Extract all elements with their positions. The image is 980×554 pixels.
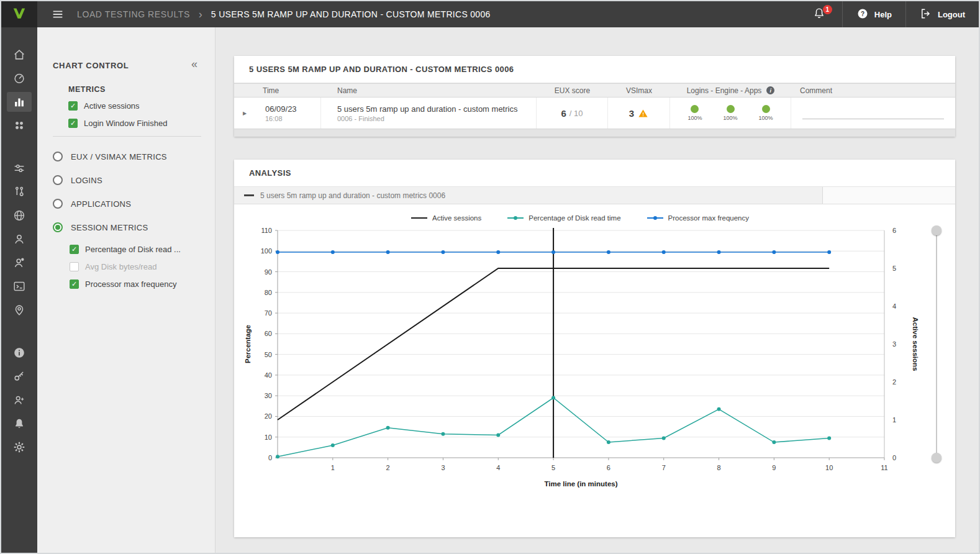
- checkbox-avg-disk-bytes-read[interactable]: Avg Disk bytes/read: [70, 262, 201, 271]
- sidebar-item-user-status[interactable]: [1, 251, 37, 275]
- slider-track[interactable]: [936, 230, 937, 458]
- panel-divider: [53, 136, 201, 137]
- logout-button[interactable]: Logout: [906, 1, 979, 27]
- legend-processor-max-frequency[interactable]: Processor max frequency: [647, 214, 749, 222]
- expand-row-icon[interactable]: ▶: [243, 111, 247, 116]
- metrics-checkbox-list: ✓ Active sessions ✓ Login Window Finishe…: [68, 101, 201, 128]
- sidebar-item-location-pin[interactable]: [1, 298, 37, 322]
- radio-applications[interactable]: APPLICATIONS: [53, 198, 201, 210]
- sidebar-item-console[interactable]: [1, 275, 37, 298]
- svg-text:1: 1: [892, 416, 896, 424]
- sidebar-item-bar-chart[interactable]: [1, 90, 37, 114]
- content-area: « CHART CONTROL METRICS ✓ Active session…: [37, 27, 979, 553]
- user-group-icon: [7, 390, 32, 410]
- test-name: 5 users 5m ramp up and duration - custom…: [337, 104, 517, 114]
- checkbox-active-sessions[interactable]: ✓ Active sessions: [68, 101, 201, 111]
- top-bar: LOAD TESTING RESULTS › 5 USERS 5M RAMP U…: [37, 1, 979, 27]
- checkbox-processor-max-frequency[interactable]: ✓ Processor max frequency: [70, 279, 201, 289]
- column-comment[interactable]: Comment: [800, 86, 832, 95]
- column-logins-engine-apps[interactable]: Logins - Engine - Apps: [687, 86, 762, 95]
- login-status: 100%: [759, 105, 773, 121]
- radio-eux-vsimax-metrics[interactable]: EUX / VSIMAX METRICS: [53, 150, 201, 163]
- hamburger-menu-icon[interactable]: [51, 7, 65, 21]
- sidebar-item-bell[interactable]: [1, 412, 37, 435]
- legend-line-icon: [411, 217, 427, 219]
- test-time: 16:08: [265, 115, 283, 122]
- svg-text:1: 1: [331, 464, 335, 471]
- key-icon: [7, 366, 32, 386]
- bar-chart-icon: [7, 92, 32, 112]
- help-icon: ?: [856, 7, 869, 22]
- svg-text:7: 7: [662, 464, 666, 471]
- table-scrollbar-track[interactable]: [234, 129, 955, 137]
- radio-session-metrics[interactable]: SESSION METRICS: [53, 221, 201, 234]
- svg-text:Active sessions: Active sessions: [912, 317, 919, 371]
- comment-field[interactable]: [802, 119, 944, 119]
- slider-handle-top[interactable]: [932, 225, 941, 235]
- svg-text:9: 9: [772, 464, 776, 471]
- status-green-dot-icon: [727, 105, 735, 113]
- results-card-title: 5 USERS 5M RAMP UP AND DURATION - CUSTOM…: [234, 56, 955, 83]
- eux-score-value: 6: [561, 108, 566, 119]
- sidebar-item-info[interactable]: [1, 341, 37, 365]
- sidebar-item-gauge[interactable]: [1, 66, 37, 90]
- sidebar-item-workflow[interactable]: [1, 180, 37, 204]
- checkbox-checked-icon: ✓: [70, 245, 79, 254]
- metric-group-radio-list: EUX / VSIMAX METRICS LOGINS APPLICATIONS…: [53, 150, 201, 234]
- checkbox-checked-icon: ✓: [70, 279, 79, 289]
- collapse-panel-icon[interactable]: «: [191, 58, 197, 70]
- slider-handle-bottom[interactable]: [932, 453, 941, 463]
- radio-logins[interactable]: LOGINS: [53, 174, 201, 186]
- radio-selected-icon: [53, 222, 63, 232]
- column-time[interactable]: Time: [263, 86, 279, 95]
- console-icon: [7, 276, 32, 296]
- sidebar-item-key[interactable]: [1, 365, 37, 388]
- legend-active-sessions[interactable]: Active sessions: [411, 214, 481, 222]
- svg-text:4: 4: [892, 302, 896, 310]
- notification-badge: 1: [823, 5, 832, 14]
- eux-score-max: / 10: [569, 109, 583, 118]
- radio-label: LOGINS: [71, 176, 102, 185]
- test-status: 0006 - Finished: [337, 115, 384, 122]
- login-status: 100%: [687, 105, 702, 121]
- checkbox-label: Active sessions: [84, 101, 140, 111]
- bell-icon: [7, 414, 32, 434]
- sidebar-item-apps-grid[interactable]: [1, 114, 37, 137]
- brand-logo[interactable]: [1, 1, 37, 27]
- user-status-icon: [7, 253, 32, 273]
- svg-text:60: 60: [265, 330, 272, 337]
- warning-icon: [638, 108, 648, 119]
- checkbox-percentage-of-disk-read[interactable]: ✓ Percentage of Disk read ...: [70, 245, 201, 254]
- svg-text:70: 70: [265, 309, 272, 317]
- column-name[interactable]: Name: [337, 86, 357, 95]
- analysis-card: ANALYSIS 5 users 5m ramp up and duration…: [234, 160, 955, 537]
- analysis-chart[interactable]: 0102030405060708090100110012345612345678…: [242, 225, 919, 500]
- logout-icon: [920, 7, 932, 22]
- top-actions: 1 ? Help Logout: [796, 1, 979, 27]
- legend-percentage-of-disk-read-time[interactable]: Percentage of Disk read time: [507, 214, 620, 222]
- info-icon[interactable]: i: [766, 86, 774, 94]
- radio-unselected-icon: [53, 152, 63, 161]
- svg-text:0: 0: [892, 454, 896, 461]
- column-eux-score[interactable]: EUX score: [555, 86, 590, 95]
- sidebar-item-user[interactable]: [1, 227, 37, 251]
- sidebar-item-gear[interactable]: [1, 435, 37, 459]
- series-toggle-label[interactable]: 5 users 5m ramp up and duration - custom…: [260, 191, 445, 200]
- sliders-icon: [7, 158, 32, 178]
- checkbox-login-window-finished[interactable]: ✓ Login Window Finished: [68, 119, 201, 128]
- sidebar-item-user-group[interactable]: [1, 388, 37, 412]
- breadcrumb-root[interactable]: LOAD TESTING RESULTS: [77, 9, 190, 19]
- svg-text:3: 3: [441, 464, 445, 471]
- radio-label: EUX / VSIMAX METRICS: [71, 152, 167, 161]
- session-metrics-checkbox-list: ✓ Percentage of Disk read ... Avg Disk b…: [70, 245, 201, 289]
- notifications-button[interactable]: 1: [796, 1, 842, 27]
- help-button[interactable]: ? Help: [843, 1, 905, 27]
- sidebar-item-globe[interactable]: [1, 204, 37, 227]
- chart-legend: Active sessions Percentage of Disk read …: [242, 212, 919, 224]
- series-line-swatch-icon: [244, 194, 254, 196]
- table-row[interactable]: ▶ 06/09/23 16:08 5 users 5m ramp up and …: [234, 98, 955, 129]
- sidebar-item-sliders[interactable]: [1, 157, 37, 180]
- loginvsi-logo-icon: [11, 5, 27, 24]
- column-vsimax[interactable]: VSImax: [626, 86, 652, 95]
- sidebar-item-home[interactable]: [1, 43, 37, 66]
